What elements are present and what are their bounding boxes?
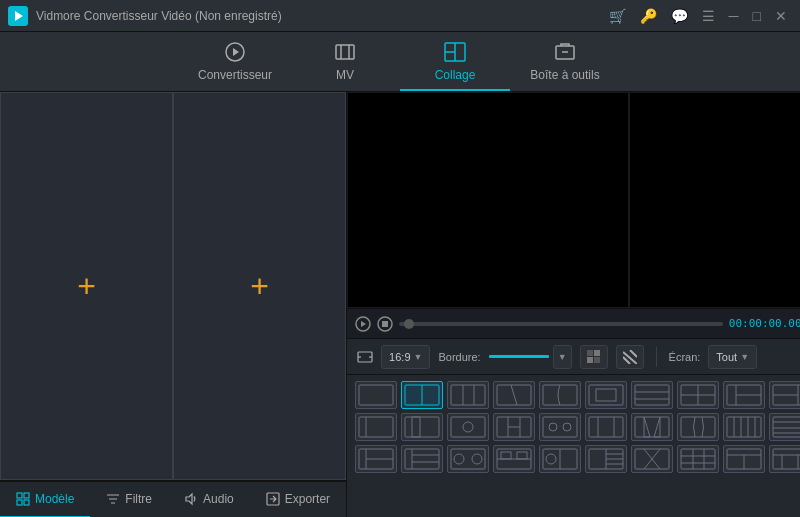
tab-filtre-label: Filtre: [125, 492, 152, 506]
key-icon[interactable]: 🔑: [635, 6, 662, 26]
layout-r2-3[interactable]: [447, 413, 489, 441]
border-dropdown[interactable]: ▼: [553, 345, 572, 369]
layout-single[interactable]: [355, 381, 397, 409]
ratio-dropdown[interactable]: 16:9 ▼: [381, 345, 430, 369]
layout-r3-6[interactable]: [585, 445, 627, 473]
layout-r3-4[interactable]: [493, 445, 535, 473]
layout-r2-2[interactable]: [401, 413, 443, 441]
layout-r2-7[interactable]: [631, 413, 673, 441]
menu-icon[interactable]: ☰: [697, 6, 720, 26]
add-media-right-icon: +: [250, 270, 269, 302]
svg-rect-27: [587, 357, 593, 363]
svg-point-73: [549, 423, 557, 431]
tab-modele[interactable]: Modèle: [0, 482, 90, 518]
svg-rect-124: [681, 449, 715, 469]
svg-point-74: [563, 423, 571, 431]
layout-curved[interactable]: [539, 381, 581, 409]
layout-right-main[interactable]: [769, 381, 800, 409]
svg-marker-79: [644, 417, 650, 437]
layout-r3-8[interactable]: [677, 445, 719, 473]
layout-r3-7[interactable]: [631, 445, 673, 473]
video-screen-left: [347, 92, 629, 308]
progress-dot[interactable]: [404, 319, 414, 329]
svg-rect-45: [596, 389, 616, 401]
ratio-value: 16:9: [389, 351, 410, 363]
svg-rect-44: [589, 385, 623, 405]
collage-cell-right[interactable]: +: [173, 92, 346, 480]
svg-rect-78: [635, 417, 669, 437]
layout-r2-5[interactable]: [539, 413, 581, 441]
cart-icon[interactable]: 🛒: [604, 6, 631, 26]
title-buttons: 🛒 🔑 💬 ☰ ─ □ ✕: [604, 6, 792, 26]
tab-boite[interactable]: Boîte à outils: [510, 33, 620, 91]
controls-row: 16:9 ▼ Bordure: ▼: [347, 339, 800, 375]
bordure-label: Bordure:: [438, 351, 480, 363]
layout-2col[interactable]: [401, 381, 443, 409]
close-icon[interactable]: ✕: [770, 6, 792, 26]
video-controls: 00:00:00.00/00:00:01.00 🔊: [347, 308, 800, 338]
svg-rect-82: [727, 417, 761, 437]
tab-filtre[interactable]: Filtre: [90, 482, 168, 518]
svg-rect-15: [24, 500, 29, 505]
tab-mv-label: MV: [336, 68, 354, 82]
layout-r2-4[interactable]: [493, 413, 535, 441]
tab-mv[interactable]: MV: [290, 33, 400, 91]
tab-convertisseur[interactable]: Convertisseur: [180, 33, 290, 91]
layout-r2-8[interactable]: [677, 413, 719, 441]
svg-line-31: [630, 350, 637, 357]
layout-3row[interactable]: [631, 381, 673, 409]
progress-bar[interactable]: [399, 322, 723, 326]
tab-collage[interactable]: Collage: [400, 33, 510, 91]
svg-rect-113: [501, 452, 511, 459]
svg-rect-12: [17, 493, 22, 498]
svg-rect-62: [359, 417, 393, 437]
main-content: + + Modèle Filtre: [0, 92, 800, 517]
layout-rect-split[interactable]: [585, 381, 627, 409]
layout-r2-10[interactable]: [769, 413, 800, 441]
svg-rect-26: [594, 350, 600, 356]
chat-icon[interactable]: 💬: [666, 6, 693, 26]
layout-row-3: [355, 445, 800, 473]
svg-rect-64: [405, 417, 439, 437]
color-picker-btn[interactable]: [580, 345, 608, 369]
layout-r3-1[interactable]: [355, 445, 397, 473]
layout-left-main[interactable]: [723, 381, 765, 409]
layout-para[interactable]: [493, 381, 535, 409]
pattern-btn[interactable]: [616, 345, 644, 369]
layout-r3-9[interactable]: [723, 445, 765, 473]
layout-r2-9[interactable]: [723, 413, 765, 441]
svg-rect-114: [517, 452, 527, 459]
svg-rect-75: [589, 417, 623, 437]
svg-rect-46: [635, 385, 669, 405]
play-button[interactable]: [355, 316, 371, 332]
ecran-dropdown[interactable]: Tout ▼: [708, 345, 757, 369]
video-screen-right: [629, 92, 800, 308]
layout-r3-10[interactable]: [769, 445, 800, 473]
border-preview: [489, 355, 549, 358]
layout-r3-5[interactable]: [539, 445, 581, 473]
stop-button[interactable]: [377, 316, 393, 332]
svg-rect-4: [336, 45, 354, 59]
collage-cell-left[interactable]: +: [0, 92, 173, 480]
tab-audio[interactable]: Audio: [168, 482, 250, 518]
bottom-tabs: Modèle Filtre Audio Expor: [0, 481, 346, 517]
minimize-icon[interactable]: ─: [724, 6, 744, 26]
app-logo: [8, 6, 28, 26]
layout-2x2[interactable]: [677, 381, 719, 409]
color-grid-icon: [587, 350, 601, 364]
svg-marker-19: [361, 321, 366, 327]
layout-r2-6[interactable]: [585, 413, 627, 441]
maximize-icon[interactable]: □: [748, 6, 766, 26]
layout-r3-3[interactable]: [447, 445, 489, 473]
svg-line-42: [511, 385, 517, 405]
ecran-label: Écran:: [669, 351, 701, 363]
tab-collage-label: Collage: [435, 68, 476, 82]
layout-r2-1[interactable]: [355, 413, 397, 441]
layout-3col[interactable]: [447, 381, 489, 409]
tab-audio-label: Audio: [203, 492, 234, 506]
layout-r3-2[interactable]: [401, 445, 443, 473]
svg-rect-81: [681, 417, 715, 437]
svg-marker-65: [412, 417, 420, 437]
tab-exporter[interactable]: Exporter: [250, 482, 346, 518]
options-panel: 16:9 ▼ Bordure: ▼: [347, 338, 800, 517]
